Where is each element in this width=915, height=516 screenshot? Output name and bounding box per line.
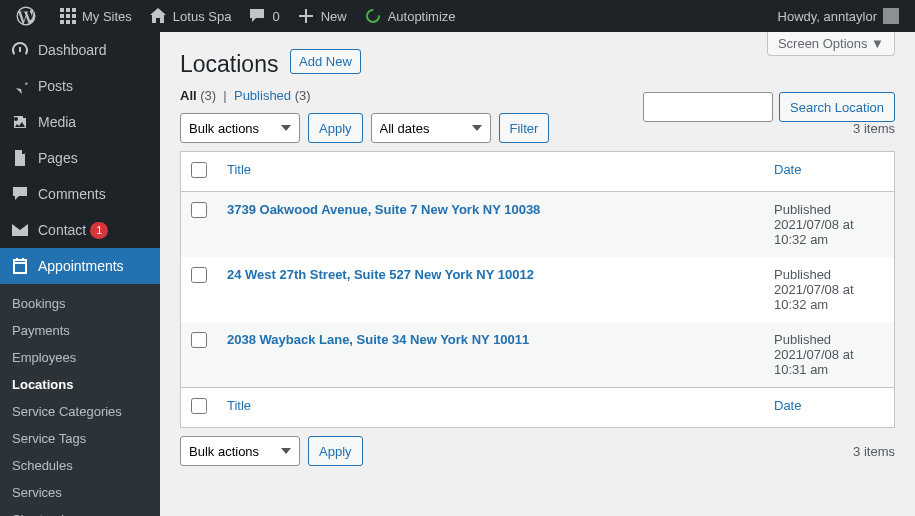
select-all-checkbox[interactable] — [191, 162, 207, 178]
media-icon — [10, 112, 30, 132]
page-icon — [10, 148, 30, 168]
bulk-actions-select-bottom[interactable]: Bulk actions — [180, 436, 300, 466]
select-all-checkbox-bottom[interactable] — [191, 398, 207, 414]
admin-bar: My Sites Lotus Spa 0 New Autoptimize How… — [0, 0, 915, 32]
row-date: Published2021/07/08 at 10:32 am — [764, 192, 894, 257]
submenu-bookings[interactable]: Bookings — [0, 290, 160, 317]
dashboard-icon — [10, 40, 30, 60]
filter-button[interactable]: Filter — [499, 113, 550, 143]
comments-link[interactable]: 0 — [239, 0, 287, 32]
submenu-shortcodes[interactable]: Shortcodes — [0, 506, 160, 516]
contact-badge: 1 — [90, 222, 108, 239]
wordpress-icon — [16, 6, 36, 26]
items-count: 3 items — [853, 121, 895, 136]
row-date: Published2021/07/08 at 10:32 am — [764, 257, 894, 322]
row-checkbox[interactable] — [191, 267, 207, 283]
location-link[interactable]: 24 West 27th Street, Suite 527 New York … — [227, 267, 534, 282]
locations-table: Title Date 3739 Oakwood Avenue, Suite 7 … — [180, 151, 895, 428]
add-new-button[interactable]: Add New — [290, 49, 361, 74]
comment-icon — [247, 6, 267, 26]
bulk-actions-select[interactable]: Bulk actions — [180, 113, 300, 143]
table-row: 2038 Wayback Lane, Suite 34 New York NY … — [181, 322, 894, 387]
apply-button-bottom[interactable]: Apply — [308, 436, 363, 466]
submenu-payments[interactable]: Payments — [0, 317, 160, 344]
wp-logo[interactable] — [8, 0, 49, 32]
appointments-submenu: Bookings Payments Employees Locations Se… — [0, 284, 160, 516]
row-checkbox[interactable] — [191, 202, 207, 218]
menu-media[interactable]: Media — [0, 104, 160, 140]
screen-options-toggle[interactable]: Screen Options ▼ — [767, 32, 895, 56]
col-title-foot[interactable]: Title — [217, 387, 764, 427]
col-date-foot[interactable]: Date — [764, 387, 894, 427]
menu-contact[interactable]: Contact1 — [0, 212, 160, 248]
table-row: 24 West 27th Street, Suite 527 New York … — [181, 257, 894, 322]
submenu-employees[interactable]: Employees — [0, 344, 160, 371]
table-row: 3739 Oakwood Avenue, Suite 7 New York NY… — [181, 192, 894, 257]
apply-button[interactable]: Apply — [308, 113, 363, 143]
menu-comments[interactable]: Comments — [0, 176, 160, 212]
new-link[interactable]: New — [288, 0, 355, 32]
date-filter-select[interactable]: All dates — [371, 113, 491, 143]
admin-sidebar: Dashboard Posts Media Pages Comments Con… — [0, 32, 160, 516]
autoptimize-link[interactable]: Autoptimize — [355, 0, 464, 32]
content-area: Screen Options ▼ Locations Add New All (… — [160, 32, 915, 516]
avatar — [883, 8, 899, 24]
comments-icon — [10, 184, 30, 204]
site-name-link[interactable]: Lotus Spa — [140, 0, 240, 32]
autoptimize-icon — [363, 6, 383, 26]
plus-icon — [296, 6, 316, 26]
submenu-services[interactable]: Services — [0, 479, 160, 506]
col-title[interactable]: Title — [217, 152, 764, 192]
page-title: Locations — [180, 42, 278, 82]
items-count-bottom: 3 items — [853, 444, 895, 459]
my-sites-link[interactable]: My Sites — [49, 0, 140, 32]
submenu-locations[interactable]: Locations — [0, 371, 160, 398]
location-link[interactable]: 3739 Oakwood Avenue, Suite 7 New York NY… — [227, 202, 540, 217]
tablenav-bottom: Bulk actions Apply 3 items — [180, 436, 895, 466]
filter-all[interactable]: All — [180, 88, 197, 103]
network-icon — [57, 6, 77, 26]
submenu-service-tags[interactable]: Service Tags — [0, 425, 160, 452]
calendar-icon — [10, 256, 30, 276]
location-link[interactable]: 2038 Wayback Lane, Suite 34 New York NY … — [227, 332, 529, 347]
menu-dashboard[interactable]: Dashboard — [0, 32, 160, 68]
submenu-service-categories[interactable]: Service Categories — [0, 398, 160, 425]
menu-pages[interactable]: Pages — [0, 140, 160, 176]
pin-icon — [10, 76, 30, 96]
menu-posts[interactable]: Posts — [0, 68, 160, 104]
home-icon — [148, 6, 168, 26]
menu-appointments[interactable]: Appointments — [0, 248, 160, 284]
mail-icon — [10, 220, 30, 240]
account-link[interactable]: Howdy, anntaylor — [770, 0, 907, 32]
col-date[interactable]: Date — [764, 152, 894, 192]
filter-published[interactable]: Published — [234, 88, 291, 103]
row-checkbox[interactable] — [191, 332, 207, 348]
search-input[interactable] — [643, 92, 773, 122]
search-button[interactable]: Search Location — [779, 92, 895, 122]
submenu-schedules[interactable]: Schedules — [0, 452, 160, 479]
row-date: Published2021/07/08 at 10:31 am — [764, 322, 894, 387]
svg-point-0 — [367, 10, 379, 22]
